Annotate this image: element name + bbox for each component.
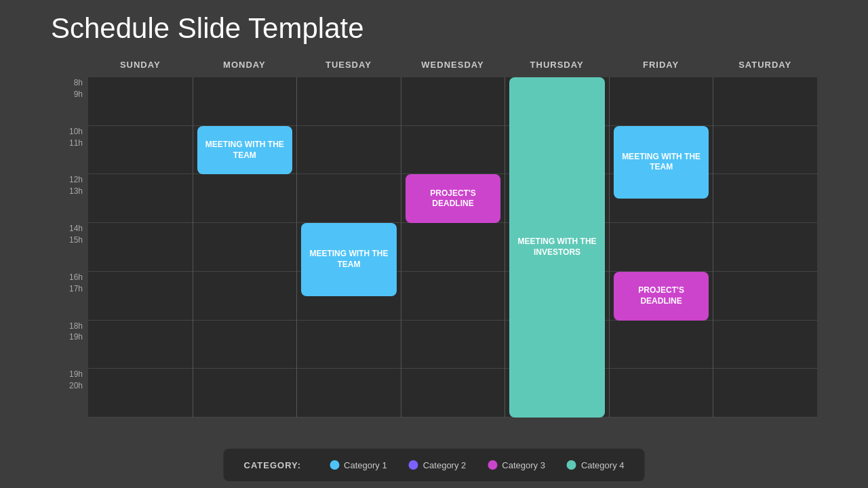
day-column-wednesday: PROJECT'S DEADLINE [401,77,505,418]
legend-dot-2 [409,460,418,470]
legend-label-2: Category 2 [423,460,467,470]
time-slot: 12h13h [51,174,88,223]
legend-item-4: Category 4 [567,460,625,470]
legend-item-3: Category 3 [488,460,545,470]
hour-row [193,223,297,272]
hour-row [713,77,817,126]
legend-category-label: CATEGORY: [244,460,302,470]
legend-label-1: Category 1 [344,460,387,470]
hour-row [193,174,297,223]
day-header: THURSDAY [505,52,609,77]
day-column-thursday: MEETING WITH THE INVESTORS [505,77,609,418]
day-column-friday: MEETING WITH THE TEAMPROJECT'S DEADLINE [609,77,713,418]
hour-row [88,126,193,175]
hour-row [88,272,193,321]
hour-row [401,321,505,369]
hour-row [88,321,193,369]
hour-row [401,369,505,418]
time-slot: 8h9h [51,77,88,126]
days-grid: SUNDAYMONDAYTUESDAYWEDNESDAYTHURSDAYFRID… [88,52,817,418]
day-header: MONDAY [193,52,297,77]
legend-dot-3 [488,460,497,470]
time-slot: 14h15h [51,223,88,272]
hour-row [193,272,297,321]
hour-row [610,77,713,126]
hour-row [193,369,297,418]
event-friday-deadline[interactable]: PROJECT'S DEADLINE [614,272,709,321]
legend-item-2: Category 2 [409,460,467,470]
hour-row [401,126,505,175]
time-slot: 16h17h [51,272,88,321]
legend-item-1: Category 1 [330,460,387,470]
day-header: WEDNESDAY [401,52,505,77]
day-header: SATURDAY [713,52,817,77]
hour-row [610,223,713,272]
hour-row [88,174,193,223]
day-column-saturday [713,77,817,418]
hour-row [88,77,193,126]
legend-dot-4 [567,460,576,470]
hour-row [297,174,401,223]
hour-row [610,369,713,418]
legend-label-4: Category 4 [581,460,625,470]
event-wednesday-deadline[interactable]: PROJECT'S DEADLINE [406,174,501,223]
day-header: TUESDAY [296,52,401,77]
legend-label-3: Category 3 [502,460,545,470]
day-column-sunday [88,77,193,418]
hour-row [713,369,817,418]
legend-bar: CATEGORY: Category 1Category 2Category 3… [224,449,645,481]
legend-dot-1 [330,460,339,470]
hour-row [713,272,817,321]
hour-row [713,223,817,272]
grid-body: MEETING WITH THE TEAMMEETING WITH THE TE… [88,77,817,418]
hour-row [297,369,401,418]
day-column-monday: MEETING WITH THE TEAM [193,77,297,418]
day-headers: SUNDAYMONDAYTUESDAYWEDNESDAYTHURSDAYFRID… [88,52,817,77]
page-title: Schedule Slide Template [0,0,868,52]
hour-row [193,321,297,369]
hour-row [193,77,297,126]
day-header: SUNDAY [88,52,193,77]
event-monday-meeting[interactable]: MEETING WITH THE TEAM [197,126,293,175]
time-slot: 19h20h [51,369,88,418]
hour-row [713,321,817,369]
hour-row [88,223,193,272]
day-header: FRIDAY [609,52,713,77]
hour-row [610,321,713,369]
hour-row [297,321,401,369]
hour-row [401,223,505,272]
time-slot: 18h19h [51,321,88,369]
event-friday-meeting[interactable]: MEETING WITH THE TEAM [614,126,709,199]
hour-row [88,369,193,418]
event-tuesday-meeting[interactable]: MEETING WITH THE TEAM [301,223,397,296]
hour-row [297,77,401,126]
time-slot: 10h11h [51,126,88,175]
calendar-container: 8h9h10h11h12h13h14h15h16h17h18h19h19h20h… [51,52,817,418]
hour-row [713,126,817,175]
hour-row [713,174,817,223]
event-thursday-investors[interactable]: MEETING WITH THE INVESTORS [509,77,605,418]
time-column: 8h9h10h11h12h13h14h15h16h17h18h19h19h20h [51,52,88,418]
hour-row [297,126,401,175]
hour-row [401,77,505,126]
hour-row [401,272,505,321]
day-column-tuesday: MEETING WITH THE TEAM [296,77,401,418]
